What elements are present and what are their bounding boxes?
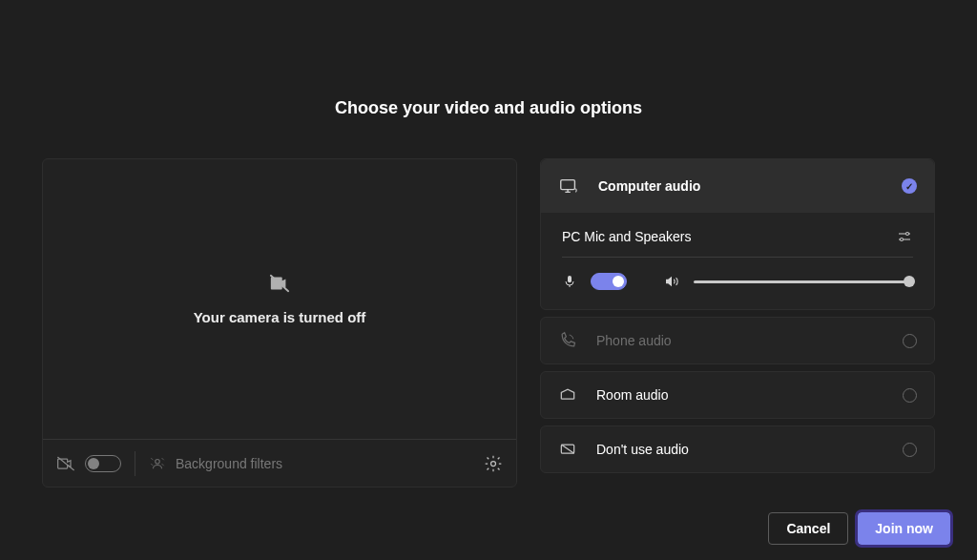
- svg-point-1: [491, 461, 496, 466]
- microphone-toggle[interactable]: [591, 273, 627, 290]
- divider: [135, 451, 135, 476]
- mic-and-volume-row: [562, 258, 913, 290]
- no-audio-icon: [558, 440, 577, 459]
- settings-button[interactable]: [484, 454, 503, 473]
- background-filters-button[interactable]: Background filters: [149, 455, 282, 472]
- option-label: Don't use audio: [596, 442, 883, 457]
- svg-point-6: [901, 239, 904, 241]
- svg-point-4: [906, 233, 909, 236]
- microphone-icon: [562, 274, 577, 289]
- video-controls-bar: Background filters: [43, 439, 516, 487]
- audio-device-selector[interactable]: PC Mic and Speakers: [562, 228, 913, 258]
- camera-status-text: Your camera is turned off: [194, 309, 366, 325]
- radio-indicator: [903, 334, 917, 348]
- content-area: Your camera is turned off Background fil: [0, 118, 977, 487]
- join-now-button[interactable]: Join now: [858, 512, 950, 545]
- computer-audio-card: Computer audio ✓ PC Mic and Speakers: [540, 158, 935, 310]
- option-label: Room audio: [596, 387, 883, 403]
- page-title: Choose your video and audio options: [0, 0, 977, 118]
- option-no-audio[interactable]: Don't use audio: [540, 425, 935, 473]
- svg-point-0: [156, 459, 160, 464]
- background-filters-label: Background filters: [176, 456, 282, 471]
- room-icon: [558, 385, 577, 404]
- option-phone-audio: Phone audio: [540, 317, 935, 364]
- camera-off-icon: [56, 454, 75, 473]
- computer-audio-settings: PC Mic and Speakers: [541, 213, 934, 309]
- option-label: Computer audio: [598, 178, 883, 194]
- background-effects-icon: [149, 455, 166, 472]
- svg-rect-7: [568, 276, 572, 282]
- phone-icon: [558, 331, 577, 350]
- audio-options-panel: Computer audio ✓ PC Mic and Speakers: [540, 158, 935, 487]
- radio-indicator: [903, 443, 917, 457]
- speaker-icon: [663, 273, 680, 290]
- slider-thumb[interactable]: [904, 276, 915, 287]
- volume-slider[interactable]: [694, 280, 913, 283]
- cancel-button[interactable]: Cancel: [768, 512, 848, 545]
- svg-rect-2: [561, 180, 575, 190]
- camera-toggle[interactable]: [85, 455, 121, 472]
- footer-actions: Cancel Join now: [768, 512, 950, 545]
- selected-check-icon: ✓: [902, 178, 917, 194]
- option-label: Phone audio: [596, 333, 883, 348]
- camera-preview-placeholder: Your camera is turned off: [43, 159, 516, 439]
- audio-device-name: PC Mic and Speakers: [562, 229, 691, 244]
- camera-off-icon: [269, 273, 290, 294]
- device-settings-icon: [896, 228, 913, 245]
- video-preview-panel: Your camera is turned off Background fil: [42, 158, 517, 487]
- option-room-audio[interactable]: Room audio: [540, 371, 935, 419]
- computer-audio-icon: [558, 176, 579, 197]
- option-computer-audio[interactable]: Computer audio ✓: [541, 159, 934, 213]
- radio-indicator: [903, 388, 917, 403]
